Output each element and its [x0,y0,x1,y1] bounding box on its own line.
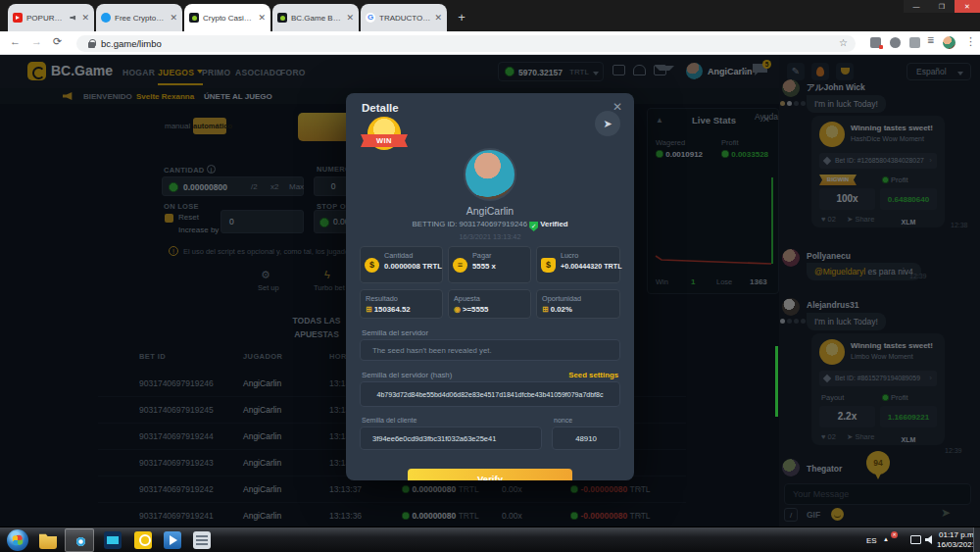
tab-close-icon[interactable]: ✕ [346,13,354,23]
modal-title: Detalle [362,102,399,114]
speaker-icon[interactable] [925,535,935,544]
url-text[interactable]: bc.game/limbo [101,38,162,49]
share-icon[interactable]: ➤ [595,111,620,136]
tab-bcgame-medal[interactable]: BC.Game Brand New Medal Ever ✕ [272,4,359,31]
reading-list-icon[interactable]: ≣ [927,35,935,45]
taskbar-explorer[interactable] [33,528,63,552]
player-name: AngiCarlin [346,205,634,217]
screen: POPURRI LILLY GOODMAN ✕ Free Cryptos (@c… [0,0,980,552]
show-desktop-button[interactable] [973,527,980,552]
yellow-app-icon [134,531,152,549]
keyboard-language[interactable]: ES [866,536,877,545]
play-icon [164,531,181,549]
target-icon: ◉ [454,305,461,314]
tab-twitter[interactable]: Free Cryptos (@cryptosfaucets) ✕ [96,4,182,31]
tab-title: TRADUCTOR - Buscar con Googl [379,14,430,23]
forward-icon[interactable]: → [31,35,42,47]
page: BC.Game HOGAR JUEGOS PRIMO ASOCIADO FORO… [0,55,980,527]
youtube-favicon [13,13,23,23]
verified-shield-icon: ✓ [529,222,538,231]
taskbar-mediaplayer[interactable] [158,528,187,552]
browser-menu-icon[interactable]: ⋮ [965,35,976,48]
player-avatar [464,148,516,201]
result-grid-icon: ⊞ [366,305,372,314]
new-tab-button[interactable]: + [453,9,470,26]
stat-card-oportunidad: Oportunidad ⊞0.02% [536,289,620,319]
tab-translator[interactable]: G TRADUCTOR - Buscar con Googl ✕ [361,4,447,31]
taskbar-notepad[interactable] [187,528,217,552]
document-icon [193,531,211,549]
extension-badge [879,45,883,49]
tab-title: Crypto Casino Games - The 16 B [203,14,254,23]
filmstrip-icon [104,531,122,549]
tab-title: POPURRI LILLY GOODMAN [26,14,66,23]
clock-date[interactable]: 16/03/2021 [937,540,976,549]
taskbar-moviemaker[interactable] [98,528,127,552]
server-seed-box: The seed hasn't been revealed yet. [360,339,620,361]
money-bag-icon: $ [541,258,556,273]
betting-id: BETTING ID: 9031740697919246 ✓ Verified [346,220,634,231]
stat-card-cantidad: $ Cantidad 0.0000008 TRTL [360,246,443,283]
folder-icon [39,531,57,549]
back-icon[interactable]: ← [10,35,21,47]
win-badge: WIN [364,117,405,158]
stat-card-pagar: ≡ Pagar 5555 x [448,246,531,283]
tray-expand-icon[interactable]: ▲ [883,536,889,542]
nonce-box[interactable]: 48910 [552,427,620,450]
bookmark-star-icon[interactable]: ☆ [839,37,848,48]
win-badge-ribbon: WIN [361,134,408,147]
address-bar[interactable]: bc.game/limbo ☆ [76,35,856,52]
bet-stat-cards: $ Cantidad 0.0000008 TRTL ≡ Pagar 5555 x… [360,246,620,319]
hand-coin-icon: $ [365,258,379,273]
tab-audio-icon[interactable] [70,14,77,22]
twitter-favicon [101,13,111,23]
network-icon[interactable] [910,535,921,544]
tab-close-icon[interactable]: ✕ [434,13,442,23]
refresh-icon[interactable]: ⟳ [53,35,62,48]
tab-close-icon[interactable]: ✕ [258,13,266,23]
server-seed-label: Semilla del servidor [362,328,428,337]
lock-icon [88,39,95,48]
stat-card-apuesta: Apuesta ◉>=5555 [448,289,531,319]
puzzle-icon[interactable] [909,37,920,48]
taskbar-chrome-active[interactable] [65,528,94,552]
google-favicon: G [366,13,375,23]
windows-taskbar: ES ▲ 01:17 p.m. 16/03/2021 [0,527,980,552]
nonce-label: nonce [554,417,572,424]
tab-close-icon[interactable]: ✕ [170,13,177,23]
tab-title: BC.Game Brand New Medal Ever [291,14,342,23]
start-button[interactable] [7,529,28,551]
stat-card-lucro: $ Lucro +0.00444320 TRTL [536,246,620,283]
taskbar-player-app[interactable] [128,528,158,552]
tab-title: Free Cryptos (@cryptosfaucets) [115,14,166,23]
tab-close-icon[interactable]: ✕ [81,13,89,23]
bet-datetime: 16/3/2021 13:13:42 [346,232,634,241]
chance-grid-icon: ⊞ [542,305,549,314]
server-seed-hash-label: Semilla del servidor (hash) [362,371,452,379]
browser-profile-avatar[interactable] [943,36,956,49]
tab-bcgame-active[interactable]: Crypto Casino Games - The 16 B ✕ [184,4,270,31]
bcgame-favicon [189,13,199,23]
chat-scrollbar[interactable] [775,346,778,417]
seed-settings-link[interactable]: Seed settings [568,371,618,379]
browser-tab-bar: POPURRI LILLY GOODMAN ✕ Free Cryptos (@c… [0,0,980,31]
client-seed-box[interactable]: 3f94ee6e0cd9d3fbc31f032a63e25e41 [360,427,542,450]
tab-youtube[interactable]: POPURRI LILLY GOODMAN ✕ [8,4,94,31]
window-minimize-button[interactable]: — [904,0,929,13]
server-seed-hash-box[interactable]: 4b793d72d84be55bd4d06d82e83e4517d1841dfc… [360,381,620,407]
bet-detail-modal: Detalle ✕ WIN ➤ AngiCarlin BETTING ID: 9… [346,93,634,480]
client-seed-label: Semilla del cliente [362,417,416,424]
window-close-button[interactable]: ✕ [955,0,980,13]
bcgame-favicon [277,13,287,23]
verify-button[interactable]: Verify [408,469,572,480]
window-maximize-button[interactable]: ❐ [929,0,955,13]
clock-time[interactable]: 01:17 p.m. [939,530,976,539]
extension-icon[interactable] [890,37,901,48]
browser-toolbar: ← → ⟳ bc.game/limbo ☆ ≣ ⋮ [0,31,980,55]
extension-icon[interactable] [870,37,881,48]
stat-card-resultado: Resultado ⊞150364.52 [360,289,443,319]
coins-stack-icon: ≡ [453,258,467,273]
